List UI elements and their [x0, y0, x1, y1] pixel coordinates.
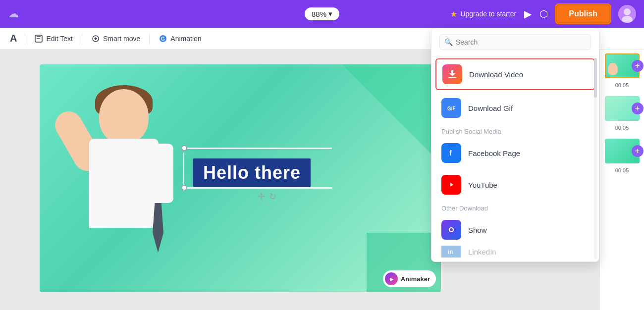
char-arm-right	[154, 144, 173, 203]
header-left: ☁	[8, 7, 19, 20]
publish-social-title: Publish Social Media	[431, 124, 599, 137]
dropdown-scrollbar[interactable]	[594, 58, 597, 259]
char-body	[89, 139, 159, 228]
toolbar-divider-3	[149, 33, 150, 45]
publish-button[interactable]: Publish	[556, 4, 610, 23]
toolbar-divider	[25, 33, 25, 45]
facebook-label: Facebook Page	[468, 149, 520, 157]
zoom-level: 88%	[312, 10, 326, 18]
download-video-icon	[442, 64, 462, 84]
text-bottom-line	[183, 187, 332, 189]
toolbar-divider-2	[82, 33, 82, 45]
play-button[interactable]: ▶	[524, 8, 532, 20]
svg-text:f: f	[449, 149, 452, 157]
youtube-item[interactable]: YouTube	[431, 169, 599, 201]
cloud-icon: ☁	[8, 7, 19, 20]
watermark: ▶ Animaker	[383, 270, 436, 287]
facebook-item[interactable]: f Facebook Page	[431, 137, 599, 169]
sidebar-add-btn-3[interactable]: +	[632, 145, 644, 157]
search-input[interactable]	[439, 34, 591, 50]
svg-marker-14	[450, 183, 453, 187]
watermark-icon: ▶	[385, 272, 398, 285]
svg-point-16	[450, 228, 453, 231]
svg-text:G: G	[161, 36, 165, 42]
zoom-badge[interactable]: 88% ▾	[305, 7, 339, 20]
handle-top-left	[181, 145, 187, 151]
char-head	[99, 89, 149, 144]
download-gif-label: Download Gif	[468, 104, 513, 112]
sidebar-time-2: 00:05	[615, 125, 629, 131]
download-video-label: Download Video	[469, 70, 523, 79]
youtube-label: YouTube	[468, 181, 497, 189]
smart-move-icon	[91, 34, 100, 43]
linkedin-label: LinkedIn	[468, 248, 496, 256]
show-item[interactable]: Show	[431, 214, 599, 246]
header-right: ★ Upgrade to starter ▶ ⬡ Publish	[450, 4, 636, 23]
dropdown-search-section: 🔍	[431, 28, 599, 56]
sidebar-slide-2[interactable]: +	[605, 96, 640, 121]
other-download-title: Other Download	[431, 201, 599, 214]
handle-bottom-left	[181, 185, 187, 191]
character	[54, 79, 193, 292]
edit-text-button[interactable]: Edit Text	[29, 31, 77, 46]
video-canvas: Hello there ✛ ↻ ▶ Animaker	[40, 64, 441, 292]
animation-button[interactable]: G Animation	[154, 31, 206, 46]
linkedin-item[interactable]: in LinkedIn	[431, 246, 599, 258]
publish-dropdown: 🔍 Download Video GIF Download Gif Publis…	[431, 28, 599, 262]
watermark-label: Animaker	[401, 275, 430, 283]
show-label: Show	[468, 226, 487, 234]
text-a-icon: A	[6, 33, 21, 44]
animation-icon: G	[159, 34, 167, 43]
facebook-icon: f	[441, 143, 461, 163]
scrollbar-thumb	[594, 58, 597, 98]
sidebar-add-btn-1[interactable]: +	[632, 60, 644, 72]
edit-text-label: Edit Text	[46, 35, 72, 43]
sidebar-slide-3[interactable]: +	[605, 139, 640, 163]
star-icon: ★	[450, 9, 457, 19]
share-button[interactable]: ⬡	[539, 8, 548, 20]
rotate-icon: ↻	[269, 191, 276, 202]
download-gif-item[interactable]: GIF Download Gif	[431, 92, 599, 124]
youtube-icon	[441, 175, 461, 195]
download-gif-icon: GIF	[441, 98, 461, 118]
show-icon	[441, 220, 461, 240]
avatar[interactable]	[618, 5, 636, 23]
svg-rect-11	[448, 77, 456, 78]
zoom-arrow-icon: ▾	[328, 9, 332, 18]
header: ☁ 88% ▾ ★ Upgrade to starter ▶ ⬡ Publish	[0, 0, 644, 28]
hello-text[interactable]: Hello there	[193, 158, 311, 187]
smart-move-button[interactable]: Smart move	[86, 31, 145, 46]
text-top-line	[183, 148, 332, 149]
right-sidebar: + 00:05 + 00:05 + 00:05	[599, 50, 644, 310]
sidebar-add-btn-2[interactable]: +	[632, 103, 644, 114]
sidebar-time-3: 00:05	[615, 167, 629, 173]
sidebar-slide-1[interactable]: +	[605, 53, 640, 78]
bg-shape-1	[342, 64, 441, 163]
animation-label: Animation	[170, 35, 201, 43]
linkedin-icon: in	[441, 246, 461, 258]
char-tie	[153, 203, 163, 253]
upgrade-label: Upgrade to starter	[460, 10, 516, 18]
edit-text-icon	[34, 34, 43, 43]
upgrade-button[interactable]: ★ Upgrade to starter	[450, 9, 516, 19]
svg-text:▶: ▶	[389, 277, 393, 282]
search-icon: 🔍	[444, 38, 453, 46]
search-wrap: 🔍	[439, 34, 591, 50]
move-icon: ✛	[258, 191, 265, 202]
smart-move-label: Smart move	[103, 35, 140, 43]
header-center: 88% ▾	[305, 7, 339, 20]
svg-point-1	[624, 8, 631, 15]
download-video-item[interactable]: Download Video	[435, 58, 595, 90]
svg-text:GIF: GIF	[447, 106, 456, 111]
svg-text:in: in	[448, 249, 453, 256]
sidebar-time-1: 00:05	[615, 82, 629, 88]
move-rotate-handles: ✛ ↻	[258, 191, 276, 202]
